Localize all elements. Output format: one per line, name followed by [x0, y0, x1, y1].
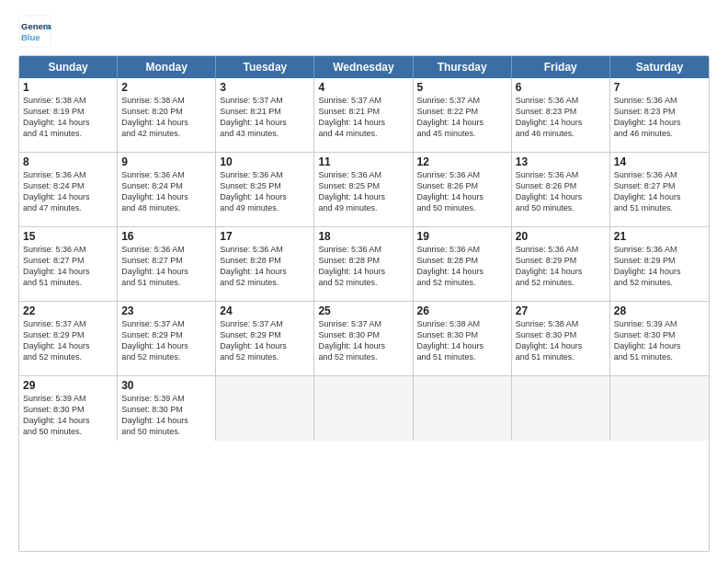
calendar-cell: 30Sunrise: 5:39 AM Sunset: 8:30 PM Dayli… [118, 376, 216, 441]
day-number: 2 [121, 81, 211, 94]
day-number: 20 [516, 230, 606, 243]
page: General Blue SundayMondayTuesdayWednesda… [0, 0, 728, 563]
calendar-cell: 5Sunrise: 5:37 AM Sunset: 8:22 PM Daylig… [414, 78, 512, 152]
calendar-cell: 8Sunrise: 5:36 AM Sunset: 8:24 PM Daylig… [19, 153, 118, 226]
day-number: 11 [318, 155, 408, 168]
calendar-row-5: 29Sunrise: 5:39 AM Sunset: 8:30 PM Dayli… [19, 376, 709, 441]
header-day-wednesday: Wednesday [314, 56, 413, 78]
day-number: 3 [220, 81, 310, 94]
calendar-cell [414, 376, 512, 441]
calendar-header: SundayMondayTuesdayWednesdayThursdayFrid… [19, 56, 709, 78]
calendar-cell: 3Sunrise: 5:37 AM Sunset: 8:21 PM Daylig… [216, 78, 314, 152]
header-day-monday: Monday [118, 56, 216, 78]
calendar-row-1: 1Sunrise: 5:38 AM Sunset: 8:19 PM Daylig… [19, 78, 709, 153]
day-info: Sunrise: 5:37 AM Sunset: 8:29 PM Dayligh… [23, 318, 113, 363]
calendar-cell: 14Sunrise: 5:36 AM Sunset: 8:27 PM Dayli… [610, 153, 709, 226]
day-info: Sunrise: 5:38 AM Sunset: 8:19 PM Dayligh… [23, 95, 113, 140]
day-number: 15 [23, 230, 113, 243]
day-number: 24 [220, 304, 310, 317]
day-number: 9 [121, 155, 211, 168]
day-info: Sunrise: 5:36 AM Sunset: 8:27 PM Dayligh… [23, 244, 113, 289]
calendar-cell: 6Sunrise: 5:36 AM Sunset: 8:23 PM Daylig… [512, 78, 610, 152]
day-info: Sunrise: 5:37 AM Sunset: 8:21 PM Dayligh… [318, 95, 408, 140]
day-info: Sunrise: 5:38 AM Sunset: 8:30 PM Dayligh… [417, 318, 507, 363]
day-info: Sunrise: 5:37 AM Sunset: 8:30 PM Dayligh… [318, 318, 408, 363]
day-info: Sunrise: 5:36 AM Sunset: 8:26 PM Dayligh… [516, 169, 606, 214]
calendar-cell: 4Sunrise: 5:37 AM Sunset: 8:21 PM Daylig… [314, 78, 413, 152]
calendar-cell: 10Sunrise: 5:36 AM Sunset: 8:25 PM Dayli… [216, 153, 314, 226]
day-number: 21 [614, 230, 705, 243]
calendar-cell: 25Sunrise: 5:37 AM Sunset: 8:30 PM Dayli… [314, 302, 413, 375]
calendar-cell: 18Sunrise: 5:36 AM Sunset: 8:28 PM Dayli… [314, 227, 413, 301]
day-info: Sunrise: 5:39 AM Sunset: 8:30 PM Dayligh… [614, 318, 705, 363]
calendar-cell: 1Sunrise: 5:38 AM Sunset: 8:19 PM Daylig… [19, 78, 118, 152]
calendar-row-3: 15Sunrise: 5:36 AM Sunset: 8:27 PM Dayli… [19, 227, 709, 302]
day-number: 26 [417, 304, 507, 317]
day-info: Sunrise: 5:36 AM Sunset: 8:25 PM Dayligh… [318, 169, 408, 214]
calendar-cell: 16Sunrise: 5:36 AM Sunset: 8:27 PM Dayli… [118, 227, 216, 301]
day-number: 5 [417, 81, 507, 94]
day-info: Sunrise: 5:36 AM Sunset: 8:24 PM Dayligh… [121, 169, 211, 214]
calendar-cell: 7Sunrise: 5:36 AM Sunset: 8:23 PM Daylig… [610, 78, 709, 152]
day-info: Sunrise: 5:39 AM Sunset: 8:30 PM Dayligh… [23, 393, 113, 438]
calendar-cell: 22Sunrise: 5:37 AM Sunset: 8:29 PM Dayli… [19, 302, 118, 375]
day-info: Sunrise: 5:36 AM Sunset: 8:26 PM Dayligh… [417, 169, 507, 214]
day-number: 6 [516, 81, 606, 94]
header: General Blue [18, 15, 710, 48]
header-day-thursday: Thursday [414, 56, 512, 78]
day-number: 30 [121, 379, 211, 392]
day-info: Sunrise: 5:37 AM Sunset: 8:29 PM Dayligh… [220, 318, 310, 363]
calendar-cell: 9Sunrise: 5:36 AM Sunset: 8:24 PM Daylig… [118, 153, 216, 226]
day-number: 27 [516, 304, 606, 317]
day-info: Sunrise: 5:36 AM Sunset: 8:28 PM Dayligh… [417, 244, 507, 289]
calendar-cell: 15Sunrise: 5:36 AM Sunset: 8:27 PM Dayli… [19, 227, 118, 301]
calendar: SundayMondayTuesdayWednesdayThursdayFrid… [18, 55, 710, 552]
day-info: Sunrise: 5:37 AM Sunset: 8:22 PM Dayligh… [417, 95, 507, 140]
day-number: 25 [318, 304, 408, 317]
day-info: Sunrise: 5:36 AM Sunset: 8:28 PM Dayligh… [220, 244, 310, 289]
day-info: Sunrise: 5:37 AM Sunset: 8:29 PM Dayligh… [121, 318, 211, 363]
day-info: Sunrise: 5:36 AM Sunset: 8:27 PM Dayligh… [121, 244, 211, 289]
day-info: Sunrise: 5:36 AM Sunset: 8:29 PM Dayligh… [516, 244, 606, 289]
calendar-cell: 29Sunrise: 5:39 AM Sunset: 8:30 PM Dayli… [19, 376, 118, 441]
calendar-cell: 27Sunrise: 5:38 AM Sunset: 8:30 PM Dayli… [512, 302, 610, 375]
logo: General Blue [18, 15, 51, 48]
day-number: 14 [614, 155, 705, 168]
svg-text:Blue: Blue [21, 32, 40, 42]
calendar-cell: 26Sunrise: 5:38 AM Sunset: 8:30 PM Dayli… [414, 302, 512, 375]
calendar-cell: 24Sunrise: 5:37 AM Sunset: 8:29 PM Dayli… [216, 302, 314, 375]
day-number: 4 [318, 81, 408, 94]
day-number: 13 [516, 155, 606, 168]
calendar-cell: 28Sunrise: 5:39 AM Sunset: 8:30 PM Dayli… [610, 302, 709, 375]
day-info: Sunrise: 5:36 AM Sunset: 8:23 PM Dayligh… [516, 95, 606, 140]
day-info: Sunrise: 5:36 AM Sunset: 8:27 PM Dayligh… [614, 169, 705, 214]
calendar-cell [610, 376, 709, 441]
day-number: 10 [220, 155, 310, 168]
calendar-cell [216, 376, 314, 441]
day-number: 22 [23, 304, 113, 317]
day-number: 18 [318, 230, 408, 243]
calendar-row-2: 8Sunrise: 5:36 AM Sunset: 8:24 PM Daylig… [19, 153, 709, 227]
day-number: 16 [121, 230, 211, 243]
day-info: Sunrise: 5:39 AM Sunset: 8:30 PM Dayligh… [121, 393, 211, 438]
calendar-cell: 21Sunrise: 5:36 AM Sunset: 8:29 PM Dayli… [610, 227, 709, 301]
day-number: 29 [23, 379, 113, 392]
day-info: Sunrise: 5:36 AM Sunset: 8:24 PM Dayligh… [23, 169, 113, 214]
day-number: 12 [417, 155, 507, 168]
calendar-cell: 13Sunrise: 5:36 AM Sunset: 8:26 PM Dayli… [512, 153, 610, 226]
day-number: 7 [614, 81, 705, 94]
logo-svg: General Blue [18, 15, 51, 48]
header-day-friday: Friday [512, 56, 610, 78]
calendar-cell: 23Sunrise: 5:37 AM Sunset: 8:29 PM Dayli… [118, 302, 216, 375]
calendar-cell: 11Sunrise: 5:36 AM Sunset: 8:25 PM Dayli… [314, 153, 413, 226]
day-number: 1 [23, 81, 113, 94]
calendar-cell: 20Sunrise: 5:36 AM Sunset: 8:29 PM Dayli… [512, 227, 610, 301]
header-day-tuesday: Tuesday [216, 56, 314, 78]
day-number: 19 [417, 230, 507, 243]
day-number: 8 [23, 155, 113, 168]
calendar-row-4: 22Sunrise: 5:37 AM Sunset: 8:29 PM Dayli… [19, 302, 709, 376]
day-info: Sunrise: 5:37 AM Sunset: 8:21 PM Dayligh… [220, 95, 310, 140]
calendar-body: 1Sunrise: 5:38 AM Sunset: 8:19 PM Daylig… [19, 78, 709, 441]
calendar-cell [314, 376, 413, 441]
header-day-saturday: Saturday [610, 56, 709, 78]
